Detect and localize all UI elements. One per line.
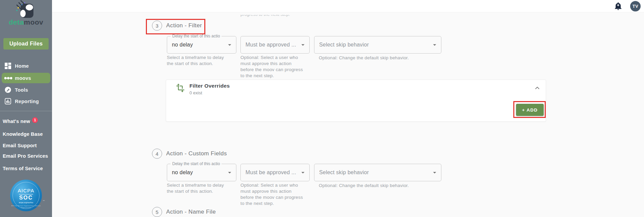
skip-helper-text: Optional: Change the default skip behavi… bbox=[319, 55, 440, 61]
clipped-helper-text: progress to the next step. bbox=[240, 15, 321, 18]
delay-select-value: no delay bbox=[172, 169, 193, 176]
skip-behavior-select-value: Select skip behavior bbox=[319, 169, 369, 176]
approver-select[interactable]: Must be approved ... bbox=[240, 164, 310, 181]
sidebar-item-label: moovs bbox=[15, 75, 31, 81]
approver-select-value: Must be approved ... bbox=[246, 169, 296, 176]
brand-gray-part: moov bbox=[24, 18, 44, 26]
dropdown-arrow-icon bbox=[299, 41, 307, 49]
dashboard-icon bbox=[5, 63, 11, 69]
sidebar-item-label: Home bbox=[15, 63, 29, 69]
annotation-box-add-button bbox=[513, 101, 546, 118]
filter-overrides-count: 0 exist bbox=[189, 90, 202, 95]
approver-select-value: Must be approved ... bbox=[246, 42, 296, 48]
sidebar-item-tools[interactable]: Tools bbox=[0, 85, 52, 95]
terms-of-service-link[interactable]: Terms of Service bbox=[3, 165, 43, 172]
delay-select[interactable]: Delay the start of this actio no delay bbox=[167, 164, 236, 181]
delay-select[interactable]: Delay the start of this actio no delay bbox=[167, 36, 236, 54]
step-5-circle: 5 bbox=[152, 207, 162, 217]
transform-icon bbox=[176, 83, 185, 93]
sidebar: detamoov Upload Files Home moovs bbox=[0, 0, 52, 217]
user-avatar[interactable]: TV bbox=[630, 1, 641, 11]
annotation-box-step3 bbox=[146, 19, 205, 34]
wrench-icon bbox=[5, 87, 11, 93]
delay-helper-text: Select a timeframe to delay the start of… bbox=[167, 182, 231, 194]
approver-select[interactable]: Must be approved ... bbox=[240, 36, 310, 54]
filter-overrides-title: Filter Overrides bbox=[189, 83, 230, 89]
sidebar-item-reporting[interactable]: Reporting bbox=[0, 96, 52, 106]
knowledge-base-link[interactable]: Knowledge Base bbox=[3, 131, 43, 137]
filter-overrides-card: Filter Overrides 0 exist + ADD bbox=[166, 80, 546, 122]
skip-behavior-select[interactable]: Select skip behavior bbox=[314, 36, 441, 54]
upload-files-button[interactable]: Upload Files bbox=[3, 38, 49, 50]
chevron-up-icon[interactable] bbox=[533, 84, 541, 92]
notification-bell-icon[interactable] bbox=[614, 2, 622, 11]
brand-green-part: deta bbox=[9, 18, 24, 26]
bar-chart-icon bbox=[5, 98, 11, 104]
top-app-bar bbox=[52, 0, 644, 12]
dropdown-arrow-icon bbox=[299, 169, 307, 176]
skip-behavior-select-value: Select skip behavior bbox=[319, 42, 369, 48]
step-5-title: Action - Name File bbox=[166, 207, 216, 217]
whats-new-count-badge: 1 bbox=[32, 117, 38, 123]
whats-new-label: What's new bbox=[3, 119, 30, 124]
whats-new-link[interactable]: What's new 1 bbox=[3, 118, 38, 125]
dropdown-arrow-icon bbox=[226, 41, 233, 49]
sidebar-item-home[interactable]: Home bbox=[0, 61, 52, 71]
sidebar-item-label: Reporting bbox=[15, 99, 39, 104]
dropdown-arrow-icon bbox=[226, 169, 233, 176]
email-support-link[interactable]: Email Support bbox=[3, 142, 37, 149]
soc-badge-aicpa-text: AICPA bbox=[18, 188, 34, 193]
sidebar-item-moovs[interactable]: moovs bbox=[0, 73, 52, 83]
dropdown-arrow-icon bbox=[431, 169, 438, 176]
soc-trademark: ™ bbox=[43, 200, 45, 202]
soc-badge-ring-text: SOC for Service Organizations | Service … bbox=[10, 205, 42, 208]
delay-select-value: no delay bbox=[172, 42, 193, 48]
datamoov-logo-icon bbox=[15, 0, 34, 19]
step-4-circle: 4 bbox=[152, 149, 162, 159]
delay-select-label: Delay the start of this actio bbox=[171, 161, 222, 166]
approver-helper-text: Optional: Select a user who must approve… bbox=[240, 182, 305, 207]
approver-helper-text: Optional: Select a user who must approve… bbox=[240, 55, 305, 79]
sidebar-item-label: Tools bbox=[15, 87, 28, 93]
skip-behavior-select[interactable]: Select skip behavior bbox=[314, 164, 441, 181]
brand-wordmark: detamoov bbox=[0, 18, 52, 26]
soc-badge-url: aicpa.org/soc4so bbox=[19, 202, 33, 204]
skip-helper-text: Optional: Change the default skip behavi… bbox=[319, 183, 440, 189]
delay-helper-text: Select a timeframe to delay the start of… bbox=[167, 55, 231, 67]
sidebar-divider bbox=[0, 111, 52, 111]
email-pro-services-link[interactable]: Email Pro Services bbox=[3, 153, 48, 159]
moovs-dots-icon bbox=[4, 76, 12, 80]
delay-select-label: Delay the start of this actio bbox=[171, 34, 222, 38]
dropdown-arrow-icon bbox=[431, 41, 438, 49]
step-4-title: Action - Custom Fields bbox=[166, 149, 227, 159]
aicpa-soc-badge: AICPA SOC aicpa.org/soc4so SOC for Servi… bbox=[10, 180, 42, 211]
soc-badge-divider bbox=[19, 194, 33, 194]
soc-badge-soc-text: SOC bbox=[19, 195, 33, 201]
app-root: TV detamoov Upload Files bbox=[0, 0, 644, 217]
